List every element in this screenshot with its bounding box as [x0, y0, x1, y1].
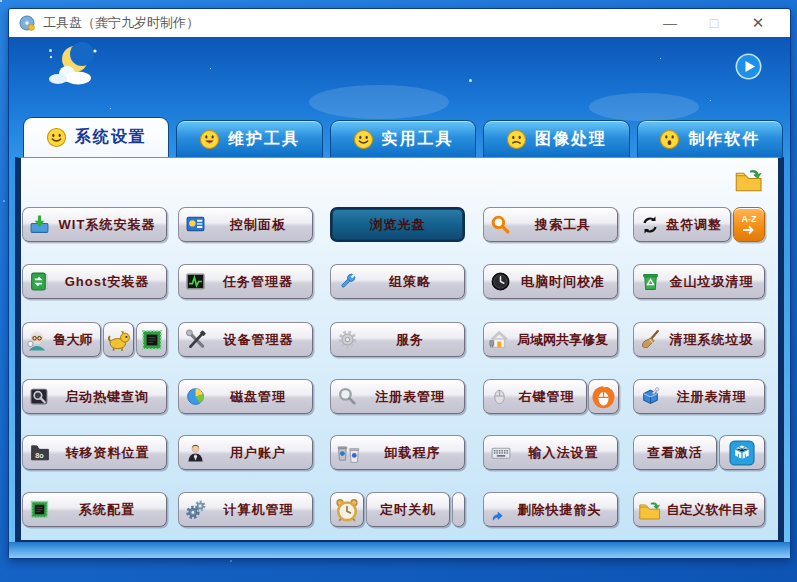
- user-icon: [185, 442, 206, 463]
- button-label: 控制面板: [210, 216, 306, 234]
- button-custom-software-dir[interactable]: 自定义软件目录: [633, 492, 765, 527]
- folder-arrow-icon: [638, 499, 662, 521]
- button-view-activation[interactable]: 查看激活: [633, 435, 717, 470]
- tab-system-settings[interactable]: 系统设置: [23, 117, 169, 157]
- button-label: 自定义软件目录: [666, 501, 758, 519]
- button-alarm-clock[interactable]: [330, 492, 364, 527]
- button-disk-management[interactable]: 磁盘管理: [178, 379, 313, 414]
- button-blank[interactable]: [452, 492, 465, 527]
- button-label: 搜索工具: [515, 216, 611, 234]
- button-right-click-manager[interactable]: 右键管理: [483, 379, 587, 414]
- button-mouse-extra[interactable]: [588, 379, 619, 414]
- cpu-chip-icon: [140, 328, 164, 352]
- app-window: 工具盘（龚宁九岁时制作） — □ ✕: [8, 8, 791, 559]
- trash-bins-icon: [335, 442, 363, 464]
- button-label: 设备管理器: [211, 331, 306, 349]
- button-label: 系统配置: [54, 501, 160, 519]
- button-label: WIT系统安装器: [54, 216, 160, 234]
- cube-wrench-icon: [640, 386, 661, 407]
- pie-chart-icon: [185, 386, 206, 407]
- button-registry-clean[interactable]: 注册表清理: [633, 379, 765, 414]
- cloud-decoration: [309, 85, 449, 119]
- button-label: 任务管理器: [210, 273, 306, 291]
- header-zone: 系统设置 维护工具: [9, 37, 790, 157]
- button-drive-letter-adjust[interactable]: 盘符调整: [633, 207, 731, 242]
- button-ludashi[interactable]: 鲁大师: [22, 322, 101, 357]
- button-activation-cube[interactable]: [719, 435, 765, 470]
- master-face-icon: [26, 329, 48, 351]
- button-label: 注册表管理: [362, 388, 458, 406]
- button-services[interactable]: 服务: [330, 322, 465, 357]
- button-ludashi-dog[interactable]: [103, 322, 134, 357]
- button-uninstall-programs[interactable]: 卸载程序: [330, 435, 465, 470]
- smiley-worried-icon: [506, 129, 527, 150]
- gears-icon: [185, 499, 207, 521]
- button-user-accounts[interactable]: 用户账户: [178, 435, 313, 470]
- dark-magnifier-icon: [29, 386, 50, 407]
- button-label: 启动热键查询: [54, 388, 160, 406]
- button-label: 组策略: [362, 273, 458, 291]
- maximize-button[interactable]: □: [692, 9, 736, 37]
- button-transfer-data-location[interactable]: 8o 转移资料位置: [22, 435, 167, 470]
- button-search-tool[interactable]: 搜索工具: [483, 207, 618, 242]
- button-control-panel[interactable]: 控制面板: [178, 207, 313, 242]
- smiley-smile-icon: [353, 129, 374, 150]
- backdrop-sparkles: [0, 0, 2, 2]
- dark-folder-icon: 8o: [29, 442, 51, 463]
- button-registry-manager[interactable]: 注册表管理: [330, 379, 465, 414]
- button-browse-disc[interactable]: 浏览光盘: [330, 207, 465, 242]
- tab-label: 维护工具: [228, 129, 300, 150]
- button-kingsoft-clean[interactable]: 金山垃圾清理: [633, 264, 765, 299]
- window-controls: — □ ✕: [648, 9, 780, 37]
- button-lan-share-repair[interactable]: 局域网共享修复: [483, 322, 618, 357]
- app-cd-icon: [19, 15, 36, 32]
- play-button[interactable]: [735, 53, 762, 80]
- minimize-button[interactable]: —: [648, 9, 692, 37]
- button-label: 电脑时间校准: [515, 273, 611, 291]
- install-arrow-icon: [29, 214, 50, 235]
- tab-maintenance-tools[interactable]: 维护工具: [176, 120, 322, 157]
- task-manager-icon: [185, 271, 206, 292]
- button-label: 鲁大师: [52, 331, 94, 349]
- button-group-policy[interactable]: 组策略: [330, 264, 465, 299]
- orange-mouse-icon: [591, 384, 616, 409]
- keyboard-icon: [490, 442, 512, 463]
- button-label: 注册表清理: [665, 388, 758, 406]
- tab-bar: 系统设置 维护工具: [9, 117, 790, 157]
- tab-software-creation[interactable]: 制作软件: [637, 120, 783, 157]
- button-az-sort[interactable]: A-Z: [733, 207, 765, 242]
- button-clean-system-junk[interactable]: 清理系统垃圾: [633, 322, 765, 357]
- button-label: 清理系统垃圾: [665, 331, 758, 349]
- alarm-clock-icon: [334, 497, 360, 523]
- header-decorations: [9, 37, 790, 117]
- tab-label: 制作软件: [688, 129, 760, 150]
- dog-icon: [106, 328, 132, 352]
- tab-label: 系统设置: [75, 127, 147, 148]
- button-label: 卸载程序: [367, 444, 458, 462]
- button-ghost-installer[interactable]: Ghost安装器: [22, 264, 167, 299]
- house-plug-icon: [488, 329, 510, 350]
- smiley-tongue-icon: [199, 129, 220, 150]
- open-folder-icon[interactable]: [734, 166, 764, 193]
- bottom-strip: [9, 542, 790, 558]
- button-computer-management[interactable]: 计算机管理: [178, 492, 313, 527]
- gear-icon: [337, 329, 358, 350]
- window-title: 工具盘（龚宁九岁时制作）: [43, 14, 199, 32]
- folder-icon-text: 8o: [35, 451, 44, 460]
- tab-utility-tools[interactable]: 实用工具: [330, 120, 476, 157]
- button-input-method-settings[interactable]: 输入法设置: [483, 435, 618, 470]
- clock-icon: [490, 271, 511, 292]
- button-wit-installer[interactable]: WIT系统安装器: [22, 207, 167, 242]
- button-ludashi-chip[interactable]: [136, 322, 167, 357]
- button-hotkey-query[interactable]: 启动热键查询: [22, 379, 167, 414]
- button-system-config[interactable]: 系统配置: [22, 492, 167, 527]
- button-label: 金山垃圾清理: [665, 273, 758, 291]
- tab-image-processing[interactable]: 图像处理: [483, 120, 629, 157]
- button-scheduled-shutdown[interactable]: 定时关机: [366, 492, 450, 527]
- close-button[interactable]: ✕: [736, 9, 780, 37]
- button-remove-shortcut-arrows[interactable]: 删除快捷箭头: [483, 492, 618, 527]
- button-task-manager[interactable]: 任务管理器: [178, 264, 313, 299]
- button-time-calibration[interactable]: 电脑时间校准: [483, 264, 618, 299]
- button-device-manager[interactable]: 设备管理器: [178, 322, 313, 357]
- button-label: 查看激活: [636, 444, 714, 462]
